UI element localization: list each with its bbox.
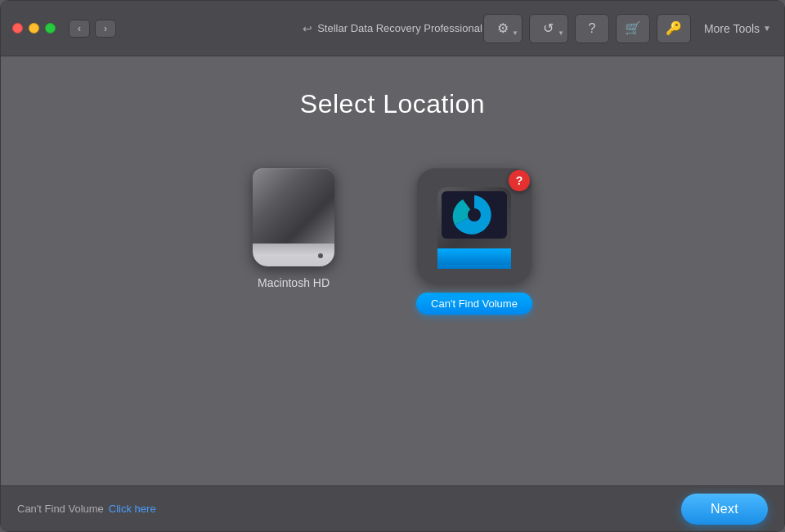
more-tools-label: More Tools [704,22,760,35]
nav-buttons: ‹ › [69,20,116,38]
help-button[interactable]: ? [575,14,609,43]
next-button[interactable]: Next [681,494,768,525]
recovery-dropdown-arrow: ▼ [558,29,564,37]
cart-icon: 🛒 [625,20,641,36]
key-icon: 🔑 [666,20,682,36]
help-icon: ? [588,21,595,36]
settings-dropdown-arrow: ▼ [512,29,518,37]
settings-icon: ⚙ [497,20,509,36]
footer-click-here-link[interactable]: Click here [109,503,156,515]
back-button[interactable]: ‹ [69,20,90,38]
main-content: Select Location Macintosh HD [1,56,784,531]
footer: Can't Find Volume Click here Next [1,485,784,531]
toolbar-right: ⚙ ▼ ↺ ▼ ? 🛒 🔑 More Tools ▼ [483,14,784,43]
key-button[interactable]: 🔑 [657,14,691,43]
cant-find-disk-svg [433,183,515,269]
minimize-button[interactable] [29,23,39,34]
page-title: Select Location [300,89,485,119]
recovery-icon: ↺ [543,20,554,36]
maximize-button[interactable] [45,23,56,34]
traffic-lights [1,23,56,34]
macintosh-hd-item[interactable]: Macintosh HD [253,168,334,289]
back-icon: ‹ [78,23,81,34]
drives-container: Macintosh HD [253,168,532,315]
cant-find-volume-item[interactable]: ? Can't Find Volume [416,168,532,315]
cant-find-volume-icon-wrapper: ? [417,168,532,283]
forward-icon: › [104,23,107,34]
footer-cant-find-text: Can't Find Volume [17,503,104,515]
cant-find-volume-label: Can't Find Volume [416,293,532,315]
recovery-button[interactable]: ↺ ▼ [529,14,568,43]
macintosh-hd-icon [253,168,334,266]
macintosh-hd-label: Macintosh HD [258,276,330,289]
more-tools-button[interactable]: More Tools ▼ [704,22,771,35]
settings-button[interactable]: ⚙ ▼ [483,14,523,43]
question-badge: ? [509,170,530,191]
window-title: Stellar Data Recovery Professional [317,22,482,34]
app-window: ‹ › ↩ Stellar Data Recovery Professional… [0,0,785,532]
svg-point-2 [468,208,481,221]
title-bar: ‹ › ↩ Stellar Data Recovery Professional… [1,1,784,56]
close-button[interactable] [12,23,23,34]
cart-button[interactable]: 🛒 [616,14,650,43]
title-area: ↩ Stellar Data Recovery Professional [303,22,482,35]
hd-body [253,168,334,266]
app-icon: ↩ [303,22,312,35]
forward-button[interactable]: › [95,20,116,38]
more-tools-arrow-icon: ▼ [763,24,771,33]
hd-dot [318,253,323,258]
